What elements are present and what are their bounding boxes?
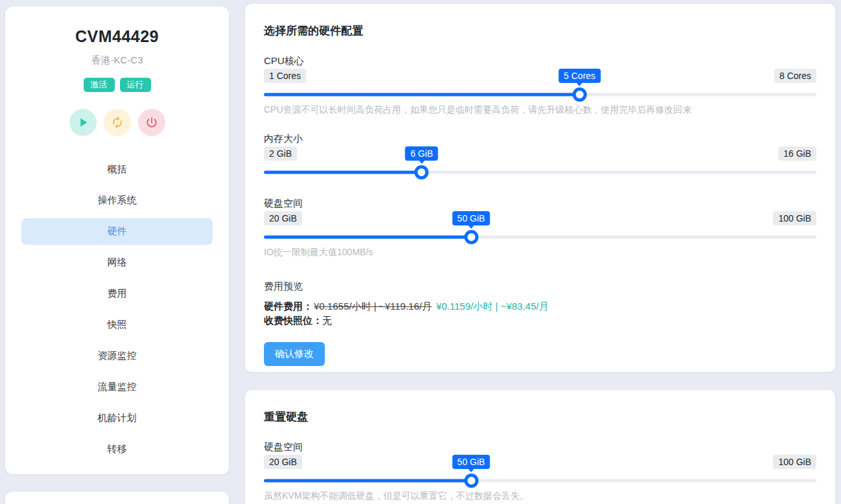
reset-disk-space-badge-row: 20 GiB50 GiB100 GiB	[264, 455, 816, 470]
cpu-cores-badge-row: 1 Cores5 Cores8 Cores	[264, 69, 816, 84]
sidebar-menu: 概括操作系统硬件网络费用快照资源监控流量监控机龄计划转移	[5, 156, 229, 463]
sidebar-item-snapshots[interactable]: 快照	[21, 312, 213, 338]
reset-disk-space-help-text: 虽然KVM架构不能调低硬盘，但是可以重置它，不过数据会丢失。	[264, 490, 816, 501]
disk-space-min-badge: 20 GiB	[264, 211, 302, 225]
hardware-config-title: 选择所需的硬件配置	[264, 23, 816, 39]
reset-disk-space-label: 硬盘空间	[264, 441, 816, 453]
start-button[interactable]	[69, 109, 97, 136]
cpu-cores-slider[interactable]	[264, 87, 816, 102]
cost-preview-section: 费用预览 硬件费用：¥0.1655/小时 | ~¥119.16/月¥0.1159…	[264, 281, 816, 328]
memory-size-slider-track[interactable]	[264, 171, 816, 174]
cpu-cores-help-text: CPU资源不可以长时间高负荷占用，如果您只是临时需要高负荷，请先升级核心数，使用…	[264, 104, 816, 115]
memory-size-min-badge: 2 GiB	[264, 146, 297, 161]
reset-disk-space-value-badge: 50 GiB	[452, 455, 490, 469]
confirm-changes-button[interactable]: 确认修改	[264, 342, 325, 366]
memory-size-value-badge: 6 GiB	[405, 146, 438, 161]
cpu-cores-label: CPU核心	[264, 54, 816, 67]
reset-disk-space-min-badge: 20 GiB	[264, 455, 302, 469]
power-icon	[145, 116, 158, 129]
status-badge: 运行	[120, 78, 151, 92]
sidebar-item-network[interactable]: 网络	[21, 249, 213, 276]
reset-disk-sliders: 硬盘空间20 GiB50 GiB100 GiB虽然KVM架构不能调低硬盘，但是可…	[264, 441, 816, 501]
cpu-cores-slider-track[interactable]	[264, 93, 816, 97]
reset-disk-space-slider-thumb[interactable]	[464, 474, 479, 488]
status-badge: 激活	[84, 78, 115, 92]
cpu-cores-slider-thumb[interactable]	[573, 87, 587, 102]
memory-size-slider-group: 内存大小2 GiB6 GiB16 GiB	[264, 132, 816, 180]
server-location: 香港-KC-C3	[5, 54, 229, 67]
snapshot-cost-value: 无	[322, 315, 332, 326]
server-name: CVM44429	[5, 27, 229, 46]
new-price: ¥0.1159/小时 | ~¥83.45/月	[436, 301, 549, 312]
sidebar-item-traffic-monitor[interactable]: 流量监控	[21, 374, 213, 400]
cpu-cores-slider-group: CPU核心1 Cores5 Cores8 CoresCPU资源不可以长时间高负荷…	[264, 54, 816, 115]
disk-space-slider-thumb[interactable]	[464, 230, 479, 244]
sidebar-item-transfer[interactable]: 转移	[21, 436, 213, 463]
sidebar-item-hardware[interactable]: 硬件	[21, 218, 213, 245]
sidebar-item-resource-monitor[interactable]: 资源监控	[21, 343, 213, 369]
play-icon	[76, 115, 90, 130]
sidebar-item-billing[interactable]: 费用	[21, 281, 213, 307]
sidebar-item-overview[interactable]: 概括	[21, 156, 213, 183]
cpu-cores-value-badge: 5 Cores	[558, 69, 600, 83]
cpu-cores-min-badge: 1 Cores	[264, 69, 306, 83]
server-action-buttons	[5, 109, 229, 136]
server-sidebar: CVM44429 香港-KC-C3 激活运行 概括操作系统硬件网络费用快照资源监…	[5, 6, 229, 474]
disk-space-label: 硬盘空间	[264, 197, 816, 210]
reset-disk-title: 重置硬盘	[264, 409, 816, 425]
disk-space-slider-group: 硬盘空间20 GiB50 GiB100 GiBIO统一限制最大值100MB/s	[264, 197, 816, 258]
memory-size-slider-fill	[264, 171, 421, 174]
sidebar-secondary-card	[5, 492, 229, 504]
old-price: ¥0.1655/小时 | ~¥119.16/月	[314, 301, 432, 312]
hardware-cost-label: 硬件费用：	[264, 301, 313, 312]
refresh-icon	[111, 116, 124, 129]
reset-disk-space-slider-group: 硬盘空间20 GiB50 GiB100 GiB虽然KVM架构不能调低硬盘，但是可…	[264, 441, 816, 501]
reset-disk-space-slider[interactable]	[264, 473, 816, 488]
reset-disk-space-slider-fill	[264, 479, 471, 483]
memory-size-max-badge: 16 GiB	[778, 146, 816, 161]
page: CVM44429 香港-KC-C3 激活运行 概括操作系统硬件网络费用快照资源监…	[0, 0, 841, 504]
disk-space-slider-fill	[264, 236, 471, 239]
snapshot-cost-label: 收费快照位：	[264, 315, 322, 326]
disk-space-badge-row: 20 GiB50 GiB100 GiB	[264, 211, 816, 227]
cpu-cores-max-badge: 8 Cores	[774, 69, 816, 83]
reset-disk-space-slider-track[interactable]	[264, 479, 816, 483]
snapshot-cost-line: 收费快照位：无	[264, 314, 816, 328]
hardware-cost-line: 硬件费用：¥0.1655/小时 | ~¥119.16/月¥0.1159/小时 |…	[264, 299, 816, 314]
reset-disk-card: 重置硬盘 硬盘空间20 GiB50 GiB100 GiB虽然KVM架构不能调低硬…	[245, 390, 835, 504]
reset-disk-space-max-badge: 100 GiB	[773, 455, 816, 469]
disk-space-value-badge: 50 GiB	[452, 211, 490, 225]
disk-space-slider-track[interactable]	[264, 236, 816, 239]
disk-space-help-text: IO统一限制最大值100MB/s	[264, 246, 816, 258]
sidebar-item-os[interactable]: 操作系统	[21, 187, 213, 214]
memory-size-label: 内存大小	[264, 132, 816, 145]
memory-size-badge-row: 2 GiB6 GiB16 GiB	[264, 146, 816, 162]
sidebar-item-age-plan[interactable]: 机龄计划	[21, 405, 213, 431]
status-badges: 激活运行	[5, 78, 229, 92]
memory-size-slider[interactable]	[264, 165, 816, 180]
memory-size-slider-thumb[interactable]	[414, 165, 429, 179]
power-off-button[interactable]	[138, 109, 165, 136]
hardware-config-card: 选择所需的硬件配置 CPU核心1 Cores5 Cores8 CoresCPU资…	[245, 4, 835, 372]
disk-space-max-badge: 100 GiB	[773, 211, 816, 225]
hardware-sliders: CPU核心1 Cores5 Cores8 CoresCPU资源不可以长时间高负荷…	[264, 54, 816, 258]
cost-preview-label: 费用预览	[264, 281, 816, 292]
cpu-cores-slider-fill	[264, 93, 580, 97]
reboot-button[interactable]	[104, 109, 131, 136]
disk-space-slider[interactable]	[264, 229, 816, 245]
